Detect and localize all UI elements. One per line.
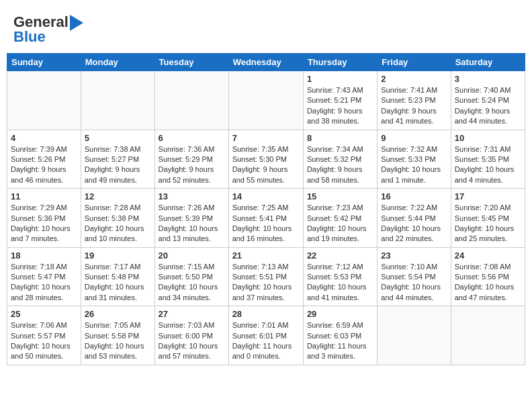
day-number: 12	[85, 191, 151, 201]
day-info: Sunrise: 7:15 AM Sunset: 5:50 PM Dayligh…	[159, 262, 225, 304]
calendar-cell: 5Sunrise: 7:38 AM Sunset: 5:27 PM Daylig…	[81, 130, 154, 189]
weekday-header-saturday: Saturday	[451, 54, 525, 71]
calendar-cell: 12Sunrise: 7:28 AM Sunset: 5:38 PM Dayli…	[81, 189, 154, 248]
calendar-cell: 15Sunrise: 7:23 AM Sunset: 5:42 PM Dayli…	[303, 189, 377, 248]
logo-blue: Blue	[13, 28, 46, 46]
calendar-cell: 2Sunrise: 7:41 AM Sunset: 5:23 PM Daylig…	[378, 71, 451, 130]
day-info: Sunrise: 7:23 AM Sunset: 5:42 PM Dayligh…	[307, 203, 373, 244]
day-info: Sunrise: 7:38 AM Sunset: 5:27 PM Dayligh…	[85, 144, 151, 186]
day-number: 9	[381, 133, 447, 143]
day-info: Sunrise: 7:18 AM Sunset: 5:47 PM Dayligh…	[11, 262, 77, 304]
calendar-cell: 3Sunrise: 7:40 AM Sunset: 5:24 PM Daylig…	[451, 71, 525, 130]
day-number: 19	[85, 250, 151, 261]
day-number: 27	[159, 309, 225, 319]
calendar-cell: 11Sunrise: 7:29 AM Sunset: 5:36 PM Dayli…	[7, 189, 81, 248]
day-number: 11	[11, 191, 77, 201]
day-info: Sunrise: 7:28 AM Sunset: 5:38 PM Dayligh…	[85, 203, 151, 244]
calendar-week-4: 18Sunrise: 7:18 AM Sunset: 5:47 PM Dayli…	[7, 247, 525, 306]
day-number: 29	[307, 309, 373, 319]
calendar-cell: 28Sunrise: 7:01 AM Sunset: 6:01 PM Dayli…	[228, 306, 303, 365]
day-number: 1	[307, 74, 373, 84]
day-number: 18	[11, 250, 77, 261]
day-number: 13	[159, 191, 225, 201]
day-info: Sunrise: 7:40 AM Sunset: 5:24 PM Dayligh…	[455, 85, 521, 127]
day-number: 2	[381, 74, 447, 84]
weekday-header-row: SundayMondayTuesdayWednesdayThursdayFrid…	[7, 54, 525, 71]
day-number: 5	[85, 133, 151, 143]
day-info: Sunrise: 7:39 AM Sunset: 5:26 PM Dayligh…	[11, 144, 77, 186]
calendar-cell: 14Sunrise: 7:25 AM Sunset: 5:41 PM Dayli…	[228, 189, 303, 248]
calendar-week-5: 25Sunrise: 7:06 AM Sunset: 5:57 PM Dayli…	[7, 306, 525, 365]
day-number: 8	[307, 133, 373, 143]
calendar-cell	[378, 306, 451, 365]
day-number: 23	[381, 250, 447, 261]
calendar-cell: 25Sunrise: 7:06 AM Sunset: 5:57 PM Dayli…	[7, 306, 81, 365]
calendar-week-3: 11Sunrise: 7:29 AM Sunset: 5:36 PM Dayli…	[7, 189, 525, 248]
header: General Blue	[7, 7, 525, 49]
calendar-week-1: 1Sunrise: 7:43 AM Sunset: 5:21 PM Daylig…	[7, 71, 525, 130]
day-info: Sunrise: 7:31 AM Sunset: 5:35 PM Dayligh…	[455, 144, 521, 186]
day-number: 15	[307, 191, 373, 201]
day-number: 10	[455, 133, 521, 143]
day-number: 14	[232, 191, 300, 201]
day-info: Sunrise: 7:32 AM Sunset: 5:33 PM Dayligh…	[381, 144, 447, 186]
day-info: Sunrise: 7:25 AM Sunset: 5:41 PM Dayligh…	[232, 203, 300, 244]
day-info: Sunrise: 7:20 AM Sunset: 5:45 PM Dayligh…	[455, 203, 521, 244]
day-info: Sunrise: 7:06 AM Sunset: 5:57 PM Dayligh…	[11, 320, 77, 362]
calendar-cell	[154, 71, 228, 130]
day-number: 24	[455, 250, 521, 261]
day-number: 3	[455, 74, 521, 84]
weekday-header-thursday: Thursday	[303, 54, 377, 71]
day-info: Sunrise: 7:13 AM Sunset: 5:51 PM Dayligh…	[232, 262, 300, 304]
day-info: Sunrise: 6:59 AM Sunset: 6:03 PM Dayligh…	[307, 320, 373, 362]
weekday-header-wednesday: Wednesday	[228, 54, 303, 71]
day-number: 7	[232, 133, 300, 143]
calendar-cell: 24Sunrise: 7:08 AM Sunset: 5:56 PM Dayli…	[451, 247, 525, 306]
day-info: Sunrise: 7:36 AM Sunset: 5:29 PM Dayligh…	[159, 144, 225, 186]
day-info: Sunrise: 7:12 AM Sunset: 5:53 PM Dayligh…	[307, 262, 373, 304]
calendar-cell: 4Sunrise: 7:39 AM Sunset: 5:26 PM Daylig…	[7, 130, 81, 189]
logo: General Blue	[13, 13, 83, 46]
weekday-header-friday: Friday	[378, 54, 451, 71]
calendar-cell: 6Sunrise: 7:36 AM Sunset: 5:29 PM Daylig…	[154, 130, 228, 189]
day-info: Sunrise: 7:26 AM Sunset: 5:39 PM Dayligh…	[159, 203, 225, 244]
day-number: 20	[159, 250, 225, 261]
calendar-cell	[7, 71, 81, 130]
calendar-cell: 16Sunrise: 7:22 AM Sunset: 5:44 PM Dayli…	[378, 189, 451, 248]
day-info: Sunrise: 7:17 AM Sunset: 5:48 PM Dayligh…	[85, 262, 151, 304]
weekday-header-sunday: Sunday	[7, 54, 81, 71]
day-number: 25	[11, 309, 77, 319]
day-number: 28	[232, 309, 300, 319]
calendar-cell: 20Sunrise: 7:15 AM Sunset: 5:50 PM Dayli…	[154, 247, 228, 306]
calendar-cell: 19Sunrise: 7:17 AM Sunset: 5:48 PM Dayli…	[81, 247, 154, 306]
calendar-week-2: 4Sunrise: 7:39 AM Sunset: 5:26 PM Daylig…	[7, 130, 525, 189]
calendar-cell: 8Sunrise: 7:34 AM Sunset: 5:32 PM Daylig…	[303, 130, 377, 189]
weekday-header-tuesday: Tuesday	[154, 54, 228, 71]
calendar-cell: 26Sunrise: 7:05 AM Sunset: 5:58 PM Dayli…	[81, 306, 154, 365]
calendar-cell: 1Sunrise: 7:43 AM Sunset: 5:21 PM Daylig…	[303, 71, 377, 130]
calendar-cell: 18Sunrise: 7:18 AM Sunset: 5:47 PM Dayli…	[7, 247, 81, 306]
day-info: Sunrise: 7:01 AM Sunset: 6:01 PM Dayligh…	[232, 320, 300, 362]
calendar-cell: 13Sunrise: 7:26 AM Sunset: 5:39 PM Dayli…	[154, 189, 228, 248]
day-info: Sunrise: 7:22 AM Sunset: 5:44 PM Dayligh…	[381, 203, 447, 244]
calendar-cell	[81, 71, 154, 130]
day-info: Sunrise: 7:03 AM Sunset: 6:00 PM Dayligh…	[159, 320, 225, 362]
calendar-cell: 22Sunrise: 7:12 AM Sunset: 5:53 PM Dayli…	[303, 247, 377, 306]
calendar: SundayMondayTuesdayWednesdayThursdayFrid…	[7, 53, 525, 365]
day-number: 4	[11, 133, 77, 143]
day-info: Sunrise: 7:29 AM Sunset: 5:36 PM Dayligh…	[11, 203, 77, 244]
calendar-cell: 7Sunrise: 7:35 AM Sunset: 5:30 PM Daylig…	[228, 130, 303, 189]
day-info: Sunrise: 7:34 AM Sunset: 5:32 PM Dayligh…	[307, 144, 373, 186]
calendar-cell: 10Sunrise: 7:31 AM Sunset: 5:35 PM Dayli…	[451, 130, 525, 189]
calendar-cell: 29Sunrise: 6:59 AM Sunset: 6:03 PM Dayli…	[303, 306, 377, 365]
day-number: 16	[381, 191, 447, 201]
calendar-cell: 23Sunrise: 7:10 AM Sunset: 5:54 PM Dayli…	[378, 247, 451, 306]
calendar-cell: 27Sunrise: 7:03 AM Sunset: 6:00 PM Dayli…	[154, 306, 228, 365]
calendar-cell	[451, 306, 525, 365]
day-info: Sunrise: 7:43 AM Sunset: 5:21 PM Dayligh…	[307, 85, 373, 127]
calendar-cell: 9Sunrise: 7:32 AM Sunset: 5:33 PM Daylig…	[378, 130, 451, 189]
day-info: Sunrise: 7:08 AM Sunset: 5:56 PM Dayligh…	[455, 262, 521, 304]
day-number: 21	[232, 250, 300, 261]
day-number: 26	[85, 309, 151, 319]
day-number: 22	[307, 250, 373, 261]
